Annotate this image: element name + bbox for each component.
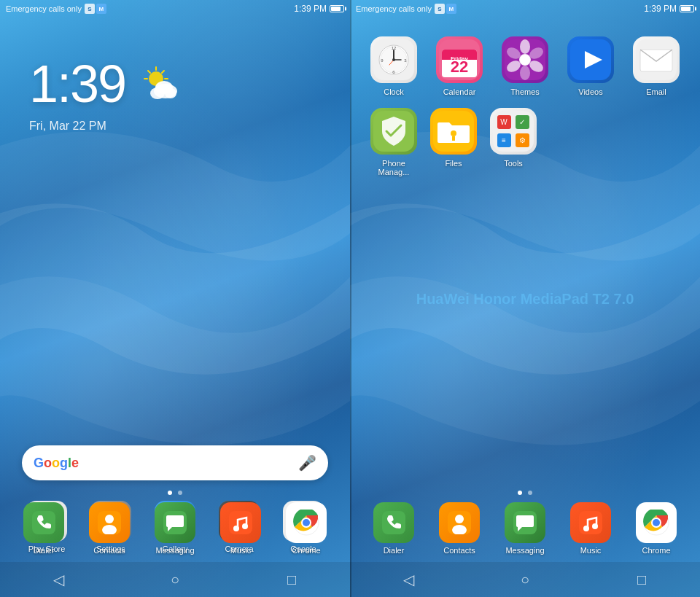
app-videos[interactable]: Videos [564,36,617,96]
chrome-label-left: Chrome [292,546,320,555]
google-logo: Google [34,456,79,471]
svg-point-36 [303,519,310,526]
right-dock: Dialer Contacts [350,502,700,555]
svg-rect-30 [229,511,252,534]
clock-icon-img: 12 3 6 9 [370,36,417,83]
page-dot-2 [178,491,182,495]
chrome-label-right: Chrome [642,546,670,555]
svg-rect-80 [382,511,405,534]
date-display: Fri, Mar 22 PM [29,120,106,133]
left-page-dots [0,491,350,495]
dialer-icon-right [373,502,414,543]
themes-svg [505,39,545,80]
left-status-right: 1:39 PM [294,4,344,14]
svg-point-47 [392,58,395,61]
recent-button-left[interactable]: □ [277,565,306,594]
messaging-svg-left [163,511,187,534]
phone-manager-icon-img [370,108,417,155]
svg-text:✓: ✓ [519,118,525,126]
dock-chrome-left[interactable]: Chrome [286,502,327,555]
contacts-svg-right [448,511,471,534]
page-dot-1 [168,491,172,495]
weather-icon [140,66,184,102]
chrome-icon-left [286,502,327,543]
right-page-dots [350,491,700,495]
svg-line-7 [162,71,164,73]
chrome-svg-right [643,510,669,536]
contacts-icon-left [89,502,130,543]
dock-contacts-right[interactable]: Contacts [439,502,480,555]
right-status-bar: Emergency calls only S M 1:39 PM [350,0,700,17]
svg-point-90 [653,519,660,526]
contacts-icon-right [439,502,480,543]
app-themes[interactable]: Themes [499,36,551,96]
svg-point-87 [592,523,598,529]
app-phone-manager[interactable]: Phone Manag... [368,108,420,176]
sim-icons-left: S M [85,4,106,14]
contacts-label-right: Contacts [443,546,475,555]
calendar-svg: Friday 22 [439,39,480,80]
messaging-label-right: Messaging [505,546,544,555]
videos-icon-img [567,36,614,83]
app-files[interactable]: Files [427,108,480,176]
back-button-right[interactable]: ◁ [394,565,423,594]
chrome-svg-left [293,510,319,536]
search-bar-container: Google 🎤 [22,445,328,480]
videos-svg [570,39,611,80]
themes-icon-img [502,36,548,83]
dock-messaging-right[interactable]: Messaging [505,502,545,555]
emergency-text-right: Emergency calls only [356,4,432,13]
home-button-left[interactable]: ○ [160,565,190,594]
svg-point-59 [520,66,530,80]
dock-messaging-left[interactable]: Messaging [155,502,195,555]
files-label: Files [445,159,462,168]
music-icon-right [570,502,611,543]
app-email[interactable]: Email [630,36,682,96]
dock-dialer-left[interactable]: Dialer [23,502,64,555]
dock-music-left[interactable]: Music [220,502,261,555]
music-svg-right [579,511,602,534]
email-svg [636,39,677,80]
svg-point-82 [455,515,464,523]
music-svg-left [229,511,252,534]
dock-chrome-right[interactable]: Chrome [636,502,677,555]
home-button-right[interactable]: ○ [510,565,540,594]
search-bar[interactable]: Google 🎤 [22,445,328,480]
left-status-left: Emergency calls only S M [6,4,294,14]
clock-label: Clock [384,87,404,96]
back-button-left[interactable]: ◁ [44,565,73,594]
app-calendar[interactable]: Friday 22 Calendar [433,36,486,96]
files-icon-img [430,108,477,155]
svg-rect-70 [452,136,455,141]
phone-manager-svg [373,111,414,152]
svg-point-31 [233,526,239,531]
messaging-label-left: Messaging [155,546,194,555]
messaging-icon-left [155,502,195,543]
mic-icon[interactable]: 🎤 [298,454,316,472]
phone-manager-label: Phone Manag... [368,159,420,176]
right-screen: Emergency calls only S M 1:39 PM [350,0,700,597]
messaging-svg-right [513,511,537,534]
left-dock: Dialer Contacts [0,502,350,555]
app-tools[interactable]: W ✓ ≡ ⚙ Tools [487,108,540,176]
music-icon-left [220,502,261,543]
app-clock[interactable]: 12 3 6 9 Clock [368,36,420,96]
tools-icon-img: W ✓ ≡ ⚙ [490,108,537,155]
email-icon-img [633,36,680,83]
left-nav-bar: ◁ ○ □ [0,562,350,597]
weather-widget [140,66,184,102]
dock-dialer-right[interactable]: Dialer [373,502,414,555]
svg-text:22: 22 [451,58,468,76]
svg-text:⚙: ⚙ [519,136,526,144]
dialer-label-left: Dialer [34,546,55,555]
dialer-svg-right [382,511,405,534]
app-row-1: 12 3 6 9 Clock [365,36,685,96]
svg-point-86 [583,526,589,531]
svg-text:≡: ≡ [502,136,506,144]
dock-music-right[interactable]: Music [570,502,611,555]
dock-contacts-left[interactable]: Contacts [89,502,130,555]
sim-icons-right: S M [435,4,456,14]
tools-label: Tools [504,159,523,168]
recent-button-right[interactable]: □ [627,565,656,594]
right-status-right: 1:39 PM [644,4,694,14]
